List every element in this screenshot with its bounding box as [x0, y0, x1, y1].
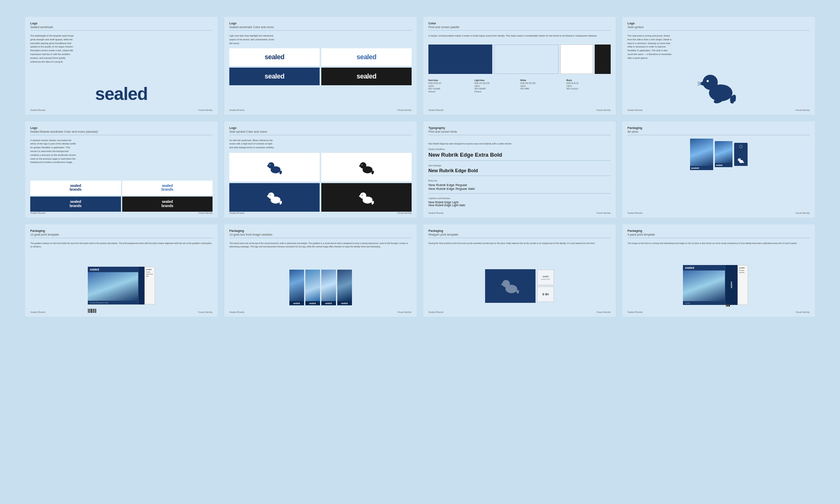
card-label-title: Print and screen palette: [428, 26, 611, 31]
seal-icon-navy: [266, 157, 284, 177]
typo-label: Sub headings: [428, 164, 611, 167]
card-label-title: Print and screen fonts: [428, 130, 611, 135]
pack-medium: sealed: [715, 141, 732, 167]
card-label-title: Sealed Brands wordmark Color and mono (s…: [30, 130, 213, 135]
typo-body-text: New Rubrik Edge Regular: [428, 183, 611, 187]
svg-line-7: [698, 84, 701, 85]
pack-label: sealed: [690, 166, 713, 170]
typo-caption-italic-text: New Rubrik Edge Light Italic: [428, 204, 611, 207]
card-description: The gradient sweeps on the front holds t…: [30, 242, 213, 248]
footer-left: Sealed Brands: [30, 109, 45, 111]
color-values: RGB 214 232 245CMYKHEX #d6e8f5Pantone: [475, 82, 519, 94]
typo-row-display: Display headlines New Rubrik Edge Extra …: [428, 148, 611, 161]
color-name: Dark blue: [428, 79, 473, 81]
slim-pack-4: sealed: [337, 270, 352, 305]
card-label-title: Sealed wordmark: [30, 26, 213, 31]
color-info-row: Dark blue RGB 26 58 107CMYKHEX #1a3a6bPa…: [428, 79, 611, 94]
seal-box-black-bg: [321, 183, 412, 212]
card-body: sealed: [30, 67, 213, 121]
seal-box-white-1: [229, 153, 320, 181]
typo-row-body: Body text New Rubrik Edge Regular New Ru…: [428, 179, 611, 194]
pack-image: [715, 141, 732, 163]
swatch-dark-blue: [428, 45, 492, 74]
wrapper-back-label: sealedproduct info: [541, 275, 550, 280]
color-info-darkblue: Dark blue RGB 26 58 107CMYKHEX #1a3a6bPa…: [428, 79, 473, 94]
svg-line-5: [698, 82, 701, 83]
svg-point-22: [359, 195, 362, 197]
card-color-mono: Logo Sealed wordmark Color and mono Ligh…: [224, 17, 417, 115]
wrapper-front: [485, 269, 536, 303]
threepack-front: sealed 3 pack: [683, 265, 725, 305]
slim-pack-1: sealed: [289, 270, 304, 305]
typography-section: Display headlines New Rubrik Edge Extra …: [428, 148, 611, 213]
slim-pack-label: sealed: [337, 301, 352, 305]
footer-left: Sealed Brands: [428, 109, 444, 111]
card-description: The image on the front is a strong and i…: [627, 242, 810, 245]
card-wrapper-template: Packaging Wrapper print template Having …: [423, 224, 616, 317]
slim-pack-image: [337, 270, 352, 301]
typo-row-subhead: Sub headings New Rubrik Edge Bold: [428, 164, 611, 176]
svg-point-23: [362, 194, 362, 195]
card-footer: Sealed Brands Visual Identity: [229, 311, 412, 313]
svg-point-29: [501, 284, 505, 286]
footer-right: Visual Identity: [596, 311, 611, 313]
threepack-container: sealed 3 pack sealed sealed Product info…: [683, 265, 754, 307]
card-body: [229, 153, 412, 212]
card-description: A simple, minimal palette makes it easie…: [428, 34, 597, 38]
pack-image: [690, 139, 713, 166]
card-description: The brand name sits at the top of the vi…: [229, 242, 412, 248]
footer-left: Sealed Brands: [627, 212, 643, 214]
sealed-brands-dark-bg: sealedbrands: [30, 197, 121, 212]
footer-left: Sealed Brands: [627, 109, 643, 111]
typo-body-italic-text: New Rubrik Edge Regular Italic: [428, 187, 611, 191]
footer-left: Sealed Brands: [428, 212, 444, 214]
card-seal-symbol: Logo Seal symbol The seal pose is strong…: [622, 17, 815, 115]
card-label-title: Sealed wordmark Color and mono: [229, 26, 412, 31]
footer-right: Visual Identity: [397, 109, 412, 111]
threepack-back: sealed Product info text: [738, 265, 748, 305]
logo-box-white-navy: sealed: [229, 48, 320, 66]
footer-left: Sealed Brands: [229, 109, 244, 111]
card-body: [627, 63, 810, 110]
wrapper-preview-container: sealedproduct info ▐▌▐▐▌▌: [428, 269, 611, 303]
footer-left: Sealed Brands: [229, 212, 244, 214]
footer-left: Sealed Brands: [30, 311, 45, 313]
card-label-title: Wrapper print template: [428, 233, 611, 238]
threepack-back-label: sealed: [739, 267, 746, 269]
color-info-black: Black RGB 26 26 26CMYKHEX #1a1a1a: [567, 79, 611, 94]
seal-icon-small: [737, 156, 745, 165]
card-footer: Sealed Brands Visual Identity: [627, 311, 810, 313]
sealed-brands-black-bg: sealedbrands: [122, 197, 213, 212]
wrapper-seal-icon: [500, 274, 521, 297]
flat-pack-desc: Product Description Here: [88, 301, 138, 304]
slim-pack-image: [289, 270, 304, 301]
typography-description: New Rubrik Edge has been designed to exp…: [428, 142, 512, 145]
back-label: sealed: [146, 268, 153, 271]
card-label-top: Packaging: [229, 229, 412, 232]
footer-left: Sealed Brands: [428, 311, 444, 313]
sealed-brands-white: sealedbrands: [30, 181, 121, 196]
wrapper-sides: sealedproduct info ▐▌▐▐▌▌: [537, 270, 554, 302]
packaging-hangtag: [734, 143, 748, 166]
svg-point-2: [701, 81, 707, 86]
typo-label: Body text: [428, 179, 611, 182]
flat-pack-container: sealed Product Description Here sealed L…: [88, 267, 155, 309]
seal-icon-white-on-dark: [266, 187, 284, 207]
sealed-brands-white-2: sealedbrands: [122, 181, 213, 196]
card-12grab-template: Packaging 12-grab print template The gra…: [25, 224, 218, 317]
card-label-top: Logo: [30, 22, 213, 25]
card-description: Having the Seal symbol on the front acts…: [428, 242, 611, 245]
sealed-wordmark-text: sealed: [95, 84, 148, 104]
card-description: Light and dark blue highlight the intent…: [229, 34, 276, 45]
card-footer: Sealed Brands Visual Identity: [428, 311, 611, 313]
card-label-title: All sizes: [627, 130, 810, 135]
card-seal-color-mono: Logo Seal symbol Color and mono As with …: [224, 121, 417, 218]
svg-point-10: [267, 165, 270, 167]
card-body: sealedbrands sealedbrands sealedbrands s…: [30, 168, 213, 224]
logo-box-white-lightnavy: sealed: [321, 48, 412, 66]
logo-box-navy-white: sealed: [229, 68, 320, 85]
seal-box-dark-bg: [229, 183, 320, 212]
card-label-top: Packaging: [30, 229, 213, 232]
card-sealed-brands-wordmark: Logo Sealed Brands wordmark Color and mo…: [25, 121, 218, 218]
footer-right: Visual Identity: [795, 311, 810, 313]
